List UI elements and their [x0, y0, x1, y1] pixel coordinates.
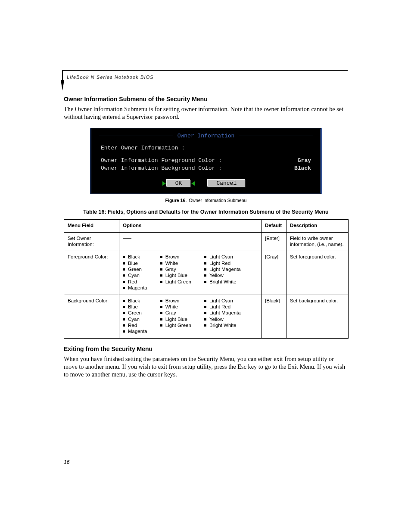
bios-bg-value: Black: [294, 165, 311, 172]
option-item: Light Magenta: [204, 266, 241, 272]
section-heading-owner-info: Owner Information Submenu of the Securit…: [64, 96, 348, 103]
table-row: Set Owner Information: [Enter] Field to …: [64, 232, 349, 251]
table-header-row: Menu Field Options Default Description: [64, 220, 349, 232]
option-item: Red: [123, 279, 147, 285]
th-menu-field: Menu Field: [64, 220, 119, 232]
option-item: Magenta: [123, 285, 147, 291]
figure-caption-label: Figure 16.: [165, 198, 187, 203]
option-item: Light Cyan: [204, 298, 241, 304]
cell-default: [Enter]: [262, 232, 286, 251]
th-description: Description: [286, 220, 349, 232]
option-item: Green: [123, 266, 147, 272]
option-item: Gray: [160, 310, 191, 316]
option-item: Red: [123, 322, 147, 328]
option-column: Light Cyan Light Red Light Magenta Yello…: [204, 254, 241, 291]
th-options: Options: [119, 220, 262, 232]
option-item: Light Red: [204, 260, 241, 266]
section-paragraph: The Owner Information Submenu is for set…: [64, 105, 348, 121]
cell-desc: Set background color.: [286, 295, 349, 338]
option-item: Gray: [160, 266, 191, 272]
bios-enter-owner-label: Enter Owner Information :: [101, 144, 185, 152]
option-item: Green: [123, 310, 147, 316]
bios-fg-label: Owner Information Foreground Color :: [101, 157, 222, 165]
page-number: 16: [64, 459, 69, 465]
option-item: Cyan: [123, 272, 147, 278]
option-item: Bright White: [204, 279, 241, 285]
cell-field: Background Color:: [64, 295, 119, 338]
option-item: Light Green: [160, 322, 191, 328]
option-item: Blue: [123, 260, 147, 266]
cell-desc: Set foreground color.: [286, 251, 349, 295]
option-item: Light Blue: [160, 272, 191, 278]
option-item: Light Blue: [160, 316, 191, 322]
cell-options: Black Blue Green Cyan Red Magenta Brown …: [119, 251, 262, 295]
figure-caption: Figure 16. Owner Information Submenu: [64, 198, 348, 203]
th-default: Default: [262, 220, 286, 232]
table-row: Foreground Color: Black Blue Green Cyan …: [64, 251, 349, 295]
bios-title-bar: Owner Information: [99, 133, 313, 139]
bios-enter-owner-row: Enter Owner Information :: [101, 144, 311, 152]
bios-fg-value: Gray: [298, 157, 311, 165]
table-row: Background Color: Black Blue Green Cyan …: [64, 295, 349, 338]
option-item: Yellow: [204, 316, 241, 322]
option-column: Black Blue Green Cyan Red Magenta: [123, 298, 147, 335]
option-item: Magenta: [123, 328, 147, 334]
cell-default: [Black]: [262, 295, 286, 338]
em-dash-icon: [123, 238, 131, 239]
option-column: Brown White Gray Light Blue Light Green: [160, 298, 191, 335]
option-item: Brown: [160, 254, 191, 260]
option-item: Black: [123, 298, 147, 304]
section-heading-exiting: Exiting from the Security Menu: [64, 345, 348, 352]
option-item: Brown: [160, 298, 191, 304]
option-column: Black Blue Green Cyan Red Magenta: [123, 254, 147, 291]
cell-default: [Gray]: [262, 251, 286, 295]
page-content: Owner Information Submenu of the Securit…: [64, 96, 348, 384]
bios-button-row: OK Cancel: [101, 180, 311, 187]
option-item: Blue: [123, 304, 147, 310]
option-item: Cyan: [123, 316, 147, 322]
cell-desc: Field to write owner information, (i.e.,…: [286, 232, 349, 251]
header-wedge-icon: [61, 80, 64, 90]
bios-title: Owner Information: [177, 133, 235, 139]
document-page: LifeBook N Series Notebook BIOS Owner In…: [0, 0, 411, 532]
bios-fg-row: Owner Information Foreground Color : Gra…: [101, 157, 311, 165]
cell-field: Set Owner Information:: [64, 232, 119, 251]
section-paragraph-exiting: When you have finished setting the param…: [64, 355, 348, 379]
cell-options: [119, 232, 262, 251]
option-column: Light Cyan Light Red Light Magenta Yello…: [204, 298, 241, 335]
bios-ok-button[interactable]: OK: [167, 180, 191, 187]
option-item: Light Green: [160, 279, 191, 285]
option-item: White: [160, 260, 191, 266]
spacer: [101, 152, 311, 157]
bios-title-rule-right: [239, 136, 313, 136]
cell-options: Black Blue Green Cyan Red Magenta Brown …: [119, 295, 262, 338]
bios-bg-label: Owner Information Background Color :: [101, 165, 222, 172]
option-item: Bright White: [204, 322, 241, 328]
option-item: Light Magenta: [204, 310, 241, 316]
figure-caption-text: Owner Information Submenu: [189, 198, 246, 203]
option-item: Light Red: [204, 304, 241, 310]
option-item: Light Cyan: [204, 254, 241, 260]
cell-field: Foreground Color:: [64, 251, 119, 295]
running-head: LifeBook N Series Notebook BIOS: [67, 75, 154, 80]
bios-bg-row: Owner Information Background Color : Bla…: [101, 165, 311, 172]
table-caption: Table 16: Fields, Options and Defaults f…: [64, 209, 348, 215]
option-item: Black: [123, 254, 147, 260]
bios-submenu-panel: Owner Information Enter Owner Informatio…: [90, 128, 322, 195]
option-item: Yellow: [204, 272, 241, 278]
options-table: Menu Field Options Default Description S…: [64, 219, 349, 339]
bios-title-rule-left: [99, 136, 173, 136]
bios-cancel-button[interactable]: Cancel: [208, 180, 245, 187]
header-rule: [62, 70, 348, 71]
option-item: White: [160, 304, 191, 310]
option-column: Brown White Gray Light Blue Light Green: [160, 254, 191, 291]
